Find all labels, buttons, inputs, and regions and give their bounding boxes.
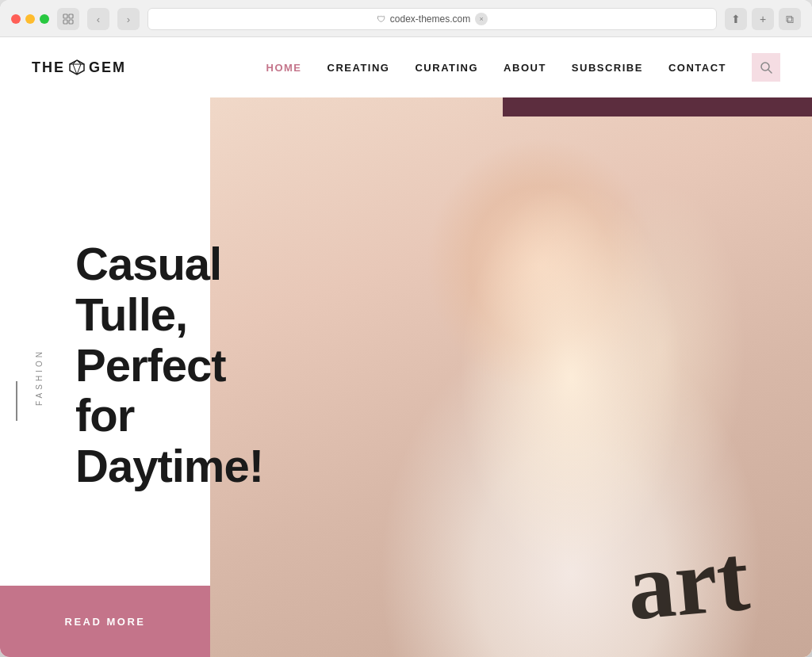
svg-rect-1 xyxy=(69,14,73,18)
category-line xyxy=(16,381,17,421)
svg-rect-0 xyxy=(63,14,67,18)
fullscreen-button[interactable] xyxy=(40,14,49,24)
read-more-label: READ MORE xyxy=(65,616,146,628)
hero-section: art FASHION Casual Tulle, Perfect for Da… xyxy=(0,97,812,657)
dark-accent-bar xyxy=(503,97,812,117)
hero-title: Casual Tulle, Perfect for Daytime! xyxy=(75,239,270,491)
hero-photo xyxy=(210,97,812,657)
traffic-lights xyxy=(11,14,49,24)
tab-close-button[interactable]: × xyxy=(475,13,488,25)
security-icon: 🛡 xyxy=(377,14,385,24)
hero-content: FASHION Casual Tulle, Perfect for Daytim… xyxy=(0,97,270,657)
forward-button[interactable]: › xyxy=(117,8,140,30)
nav-home[interactable]: HOME xyxy=(266,62,302,74)
nav-creating[interactable]: CREATING xyxy=(327,62,390,74)
gem-icon xyxy=(68,59,86,76)
address-bar[interactable]: 🛡 codex-themes.com × xyxy=(147,8,717,30)
nav-links: HOME CREATING CURATING ABOUT SUBSCRIBE C… xyxy=(266,53,780,82)
back-button[interactable]: ‹ xyxy=(87,8,109,30)
copy-button[interactable]: ⧉ xyxy=(779,8,801,30)
new-tab-button[interactable]: + xyxy=(752,8,774,30)
nav-contact[interactable]: CONTACT xyxy=(668,62,726,74)
website: THE GEM HOME CREATING CURATING ABOUT SUB… xyxy=(0,37,812,657)
minimize-button[interactable] xyxy=(25,14,35,24)
logo-text-before: THE xyxy=(32,59,65,76)
logo[interactable]: THE GEM xyxy=(32,59,126,76)
hero-image: art xyxy=(210,97,812,657)
browser-chrome: ‹ › 🛡 codex-themes.com × ⬆ + ⧉ xyxy=(0,0,812,37)
logo-text-after: GEM xyxy=(89,59,126,76)
url-text: codex-themes.com xyxy=(390,13,470,25)
nav-subscribe[interactable]: SUBSCRIBE xyxy=(572,62,643,74)
svg-rect-2 xyxy=(63,20,67,24)
svg-rect-3 xyxy=(69,20,73,24)
nav-about[interactable]: ABOUT xyxy=(504,62,546,74)
svg-marker-4 xyxy=(70,60,84,74)
close-button[interactable] xyxy=(11,14,21,24)
window-icon xyxy=(57,8,79,30)
browser-actions: ⬆ + ⧉ xyxy=(725,8,801,30)
category-label: FASHION xyxy=(35,349,44,406)
svg-line-11 xyxy=(768,70,772,73)
share-button[interactable]: ⬆ xyxy=(725,8,747,30)
search-button[interactable] xyxy=(752,53,780,82)
nav-bar: THE GEM HOME CREATING CURATING ABOUT SUB… xyxy=(0,37,812,97)
nav-curating[interactable]: CURATING xyxy=(415,62,478,74)
browser-window: ‹ › 🛡 codex-themes.com × ⬆ + ⧉ THE xyxy=(0,0,812,657)
read-more-button[interactable]: READ MORE xyxy=(0,586,210,657)
hero-heading: Casual Tulle, Perfect for Daytime! xyxy=(75,239,270,491)
search-icon xyxy=(760,61,772,74)
